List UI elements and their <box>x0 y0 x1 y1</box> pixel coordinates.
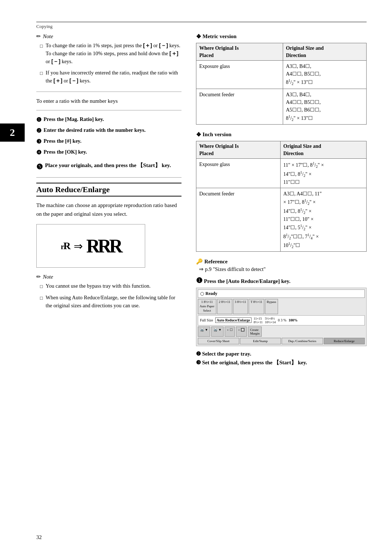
ui-bottom-btn4[interactable]: Reduce/Enlarge <box>324 338 365 344</box>
step4-text: Press the [OK] key. <box>44 148 87 157</box>
section-label: Copying <box>36 24 367 29</box>
ui-btn3[interactable]: + ☐ <box>225 327 234 337</box>
select-step-text: Select the paper tray. <box>202 351 252 357</box>
ui-ratio-display: 100% <box>289 318 298 322</box>
ui-auto-label: Auto Reduce/Enlarge <box>215 317 252 323</box>
ui-tab-bypass[interactable]: Bypass <box>265 299 278 314</box>
note2-text1: You cannot use the bypass tray with this… <box>46 282 151 290</box>
pencil-icon2: ✏ <box>36 274 41 280</box>
ui-size-row: Full Size Auto Reduce/Enlarge 11×158½×11… <box>198 315 365 325</box>
inch-label: Inch version <box>203 131 232 138</box>
step5-text: Place your originals, and then press the… <box>45 161 171 172</box>
ui-ratio-opt1: 11×158½×11 <box>254 317 263 324</box>
inch-row2: Document feeder A3☐, A4☐☐, 11"× 17"☐, 81… <box>196 188 367 252</box>
reference-content: ⇒ p.9 "Sizes difficult to detect" <box>199 266 367 272</box>
inch-header-col2: Original Size andDirection <box>280 141 366 159</box>
ready-text: Ready <box>205 291 217 296</box>
ui-full-size-label: Full Size <box>200 318 213 322</box>
section-heading: Auto Reduce/Enlarge <box>36 183 181 197</box>
ui-tab2[interactable]: 2 8½×11 <box>217 299 232 314</box>
left-column: ✏ Note □ To change the ratio in 1% steps… <box>36 33 181 368</box>
step5-num: ❺ <box>36 161 43 172</box>
inch-row1: Exposure glass 11" × 17"☐, 81/2" ×14"☐, … <box>196 159 367 188</box>
page-number: 32 <box>36 534 42 540</box>
ui-btn2[interactable]: 🖨️ ▼ <box>211 327 224 337</box>
checkbox-icon2: □ <box>40 70 43 85</box>
step2-text: Enter the desired ratio with the number … <box>44 126 146 135</box>
metric-title: ❖ Metric version <box>196 33 367 40</box>
reference-label: Reference <box>204 259 228 265</box>
press-step1-text: Press the [Auto Reduce/Enlarge] key. <box>204 278 290 284</box>
metric-row2-col2: A3☐, B4☐,A4☐☐, B5☐☐,A5☐☐, B6☐☐,81/2" × 1… <box>283 89 366 124</box>
note1-items: □ To change the ratio in 1% steps, just … <box>36 42 181 85</box>
step2: ❷ Enter the desired ratio with the numbe… <box>36 126 181 135</box>
rr-diagram: rR ⇒ RRR <box>36 224 145 268</box>
note1-text2: If you have incorrectly entered the rati… <box>46 69 181 85</box>
note2-label: Note <box>43 274 53 280</box>
step2-num: ❷ <box>36 126 41 135</box>
ui-bottom-row: Cover/Slip Sheet Edit/Stamp Dup./Combine… <box>198 338 365 344</box>
metric-row2-col1: Document feeder <box>196 89 283 124</box>
step3: ❸ Press the [#] key. <box>36 137 181 146</box>
ui-ratio-opt2: 5½×8½10½×14 <box>265 317 276 324</box>
ui-tab4[interactable]: T 8½×11 <box>249 299 264 314</box>
main-content: ✏ Note □ To change the ratio in 1% steps… <box>36 33 367 368</box>
metric-row1-col1: Exposure glass <box>196 61 283 89</box>
ready-circle-icon <box>200 292 204 296</box>
note2-item1: □ You cannot use the bypass tray with th… <box>40 282 181 290</box>
steps-list: ❶ Press the [Mag. Ratio] key. ❷ Enter th… <box>36 116 181 157</box>
top-rule <box>36 22 367 22</box>
inch-row2-col1: Document feeder <box>196 188 281 252</box>
key-icon: 🔑 <box>196 258 203 265</box>
note1-title: ✏ Note <box>36 33 181 40</box>
note1-text1: To change the ratio in 1% steps, just pr… <box>46 42 181 65</box>
step1-text: Press the [Mag. Ratio] key. <box>44 116 104 124</box>
ui-ready-indicator: Ready <box>200 291 217 296</box>
set-step: ❸ Set the original, then press the 【Star… <box>196 359 367 366</box>
ui-tab1[interactable]: 1 8½×11Auto PaperSelect <box>198 299 216 314</box>
ui-tabs-row: 1 8½×11Auto PaperSelect 2 8½×11 3 8½×11 … <box>198 299 365 314</box>
ui-bottom-btn2[interactable]: Edit/Stamp <box>240 338 281 344</box>
press-step1: ❶ Press the [Auto Reduce/Enlarge] key. <box>196 276 367 285</box>
inch-row1-col2: 11" × 17"☐, 81/2" ×14"☐, 81/2" ×11"☐☐ <box>280 159 366 188</box>
reference-title: 🔑 Reference <box>196 258 367 265</box>
checkbox-icon1: □ <box>40 42 43 65</box>
note2-title: ✏ Note <box>36 274 181 280</box>
inch-row2-col2: A3☐, A4☐☐, 11"× 17"☐, 81/2" ×14"☐, 81/2"… <box>280 188 366 252</box>
ui-create-margin[interactable]: CreateMargin <box>248 327 262 337</box>
press-step1-num: ❶ <box>196 276 203 284</box>
divider2 <box>36 110 181 110</box>
ui-buttons-row: 🖨️ ▼ 🖨️ ▼ + ☐ + 🔲 CreateMargin <box>198 327 365 337</box>
inch-row1-col1: Exposure glass <box>196 159 281 188</box>
metric-row2: Document feeder A3☐, B4☐,A4☐☐, B5☐☐,A5☐☐… <box>196 89 367 124</box>
rr-large-right: RRR <box>86 235 121 257</box>
inch-header-col1: Where Original IsPlaced <box>196 141 281 159</box>
step5: ❺ Place your originals, and then press t… <box>36 161 181 172</box>
ui-bottom-btn1[interactable]: Cover/Slip Sheet <box>198 338 239 344</box>
metric-label: Metric version <box>203 33 237 40</box>
metric-header-col1: Where Original IsPlaced <box>196 43 283 61</box>
rr-arrow-icon: ⇒ <box>74 240 83 252</box>
ui-mockup: Ready 1 8½×11Auto PaperSelect 2 8½×11 3 … <box>196 288 367 346</box>
note1-label: Note <box>43 33 53 40</box>
step4: ❹ Press the [OK] key. <box>36 148 181 157</box>
note2-text2: When using Auto Reduce/Enlarge, see the … <box>46 294 181 310</box>
ui-btn1[interactable]: 🖨️ ▼ <box>198 327 210 337</box>
rr-small-left: rR <box>61 240 70 252</box>
chapter-marker: 2 <box>0 123 25 142</box>
ui-tab3[interactable]: 3 8½×11 <box>233 299 248 314</box>
diamond-icon2: ❖ <box>196 131 201 138</box>
divider1 <box>36 92 181 92</box>
ui-bottom-btn3[interactable]: Dup./Combine/Series <box>282 338 323 344</box>
metric-table: Where Original IsPlaced Original Size an… <box>196 43 367 125</box>
step1: ❶ Press the [Mag. Ratio] key. <box>36 116 181 124</box>
note2-items: □ You cannot use the bypass tray with th… <box>36 282 181 309</box>
select-step-num: ❷ <box>196 351 201 357</box>
metric-header-col2: Original Size andDirection <box>283 43 366 61</box>
checkbox-icon3: □ <box>40 283 43 290</box>
set-step-text: Set the original, then press the 【Start】… <box>202 360 307 365</box>
section-description: The machine can choose an appropriate re… <box>36 201 181 218</box>
divider3 <box>36 177 181 178</box>
note2-section: ✏ Note □ You cannot use the bypass tray … <box>36 274 181 309</box>
ui-btn4[interactable]: + 🔲 <box>236 327 247 337</box>
